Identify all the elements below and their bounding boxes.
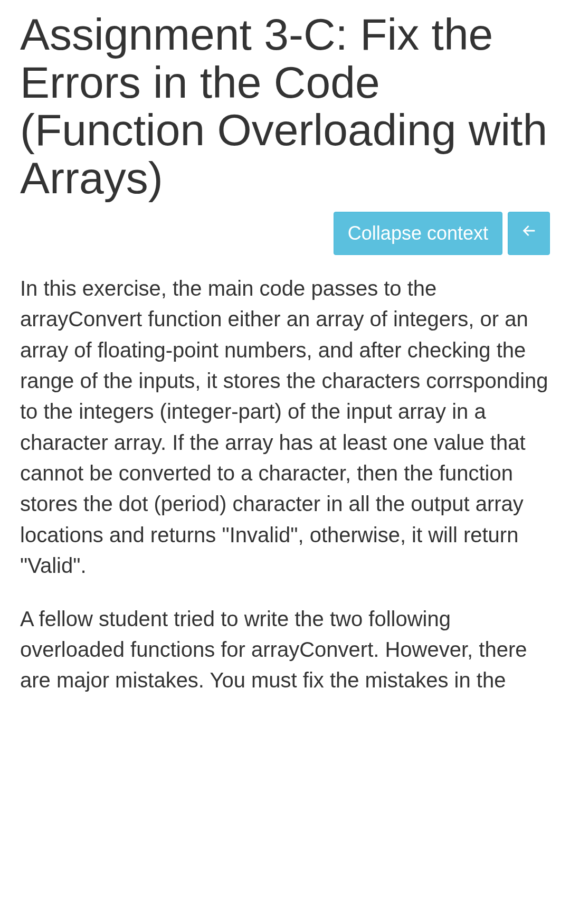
assignment-title: Assignment 3-C: Fix the Errors in the Co…: [20, 11, 550, 202]
toolbar: Collapse context: [20, 212, 550, 255]
exercise-description-paragraph-2: A fellow student tried to write the two …: [20, 604, 550, 696]
page-container: Assignment 3-C: Fix the Errors in the Co…: [0, 0, 570, 696]
collapse-context-button[interactable]: Collapse context: [334, 212, 502, 255]
arrow-left-icon: [520, 221, 538, 246]
exercise-description-paragraph-1: In this exercise, the main code passes t…: [20, 273, 550, 581]
back-button[interactable]: [508, 212, 550, 255]
